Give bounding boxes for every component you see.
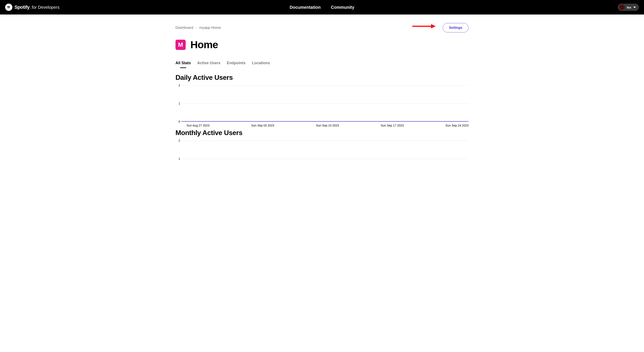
monthly-chart: 2 1 — [176, 141, 468, 177]
daily-series-line — [182, 121, 468, 122]
brand-text: Spotify. for Developers — [14, 5, 60, 10]
monthly-chart-area: 2 1 — [182, 141, 468, 177]
daily-xlabel: Sun Sep 10 2023 — [316, 124, 339, 127]
monthly-ytick-1: 1 — [176, 157, 180, 160]
daily-xlabel: Sun Sep 24 2023 — [446, 124, 468, 127]
title-row: M Home — [176, 39, 468, 51]
user-menu[interactable]: lex — [618, 4, 639, 11]
user-avatar — [619, 5, 624, 10]
monthly-ytick-2: 2 — [176, 139, 180, 142]
monthly-active-users-title: Monthly Active Users — [176, 129, 468, 137]
nav-documentation[interactable]: Documentation — [290, 5, 321, 10]
tab-all-stats[interactable]: All Stats — [176, 60, 191, 68]
brand[interactable]: Spotify. for Developers — [5, 4, 60, 11]
top-nav: Documentation Community — [290, 5, 354, 10]
daily-gridline — [182, 85, 468, 86]
chevron-right-icon: › — [196, 26, 197, 30]
content: Dashboard › myapp Home Settings M Home A… — [164, 15, 480, 177]
brand-strong: Spotify — [14, 5, 30, 10]
nav-community[interactable]: Community — [331, 5, 354, 10]
tab-endpoints[interactable]: Endpoints — [227, 60, 246, 68]
spotify-icon — [6, 5, 11, 10]
daily-xlabels: Sun Aug 27 2023 Sun Sep 03 2023 Sun Sep … — [182, 122, 468, 128]
breadcrumb-current: myapp Home — [199, 26, 221, 30]
daily-xlabel: Sun Sep 03 2023 — [251, 124, 274, 127]
topbar: Spotify. for Developers Documentation Co… — [0, 0, 644, 15]
brand-light: for Developers — [32, 5, 60, 10]
tab-active-users[interactable]: Active Users — [197, 60, 220, 68]
daily-chart-area: 2 1 0 — [182, 85, 468, 122]
daily-gridline — [182, 103, 468, 104]
tab-locations[interactable]: Locations — [252, 60, 270, 68]
daily-ytick-1: 1 — [176, 102, 180, 105]
daily-ytick-2: 2 — [176, 84, 180, 87]
settings-button[interactable]: Settings — [443, 23, 468, 33]
chevron-down-icon — [633, 7, 636, 8]
daily-xlabel: Sun Sep 17 2023 — [381, 124, 404, 127]
user-name: lex — [627, 6, 631, 9]
daily-xlabel: Sun Aug 27 2023 — [182, 124, 209, 127]
daily-ytick-0: 0 — [176, 120, 180, 123]
daily-chart: 2 1 0 Sun Aug 27 2023 Sun Sep 03 2023 Su… — [176, 85, 468, 128]
monthly-gridline — [182, 159, 468, 159]
breadcrumb-root[interactable]: Dashboard — [176, 26, 193, 30]
breadcrumb-row: Dashboard › myapp Home Settings — [176, 23, 468, 33]
daily-active-users-title: Daily Active Users — [176, 74, 468, 82]
page-title: Home — [190, 39, 218, 51]
tabs: All Stats Active Users Endpoints Locatio… — [176, 60, 468, 68]
breadcrumb: Dashboard › myapp Home — [176, 26, 221, 30]
spotify-logo-icon — [5, 4, 12, 11]
app-icon: M — [176, 40, 186, 50]
